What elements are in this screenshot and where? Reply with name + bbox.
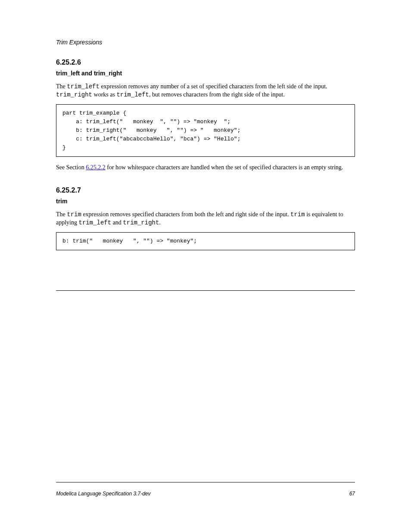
inline-code: trim_right bbox=[56, 91, 92, 98]
paragraph: See Section 6.25.2.2 for how whitespace … bbox=[56, 164, 355, 172]
section-number: 6.25.2.6 bbox=[56, 59, 355, 66]
inline-code: trim bbox=[67, 211, 81, 218]
section-title: trim_left and trim_right bbox=[56, 70, 355, 77]
inline-code: trim_left bbox=[79, 219, 112, 226]
text: . bbox=[159, 219, 161, 226]
inline-code: trim_right bbox=[123, 219, 159, 226]
inline-code: trim_left bbox=[116, 91, 149, 98]
footer-left: Modelica Language Specification 3.7-dev bbox=[56, 491, 150, 497]
page-number: 67 bbox=[349, 491, 355, 497]
text: for how whitespace characters are handle… bbox=[106, 164, 343, 171]
text: expression removes any number of a set o… bbox=[100, 83, 327, 90]
document-page: Trim Expressions 6.25.2.6 trim_left and … bbox=[0, 0, 411, 532]
cross-reference-link[interactable]: 6.25.2.2 bbox=[86, 164, 106, 171]
code-block: part trim_example { a: trim_left(" monke… bbox=[56, 104, 355, 157]
paragraph: The trim expression removes specified ch… bbox=[56, 211, 355, 227]
inline-code: trim bbox=[290, 211, 305, 218]
text: See Section bbox=[56, 164, 86, 171]
code-block: b: trim(" monkey ", "") => "monkey"; bbox=[56, 232, 355, 250]
text: works as bbox=[92, 91, 116, 98]
inline-code: trim_left bbox=[67, 83, 100, 90]
section-title: trim bbox=[56, 198, 355, 205]
page-footer: Modelica Language Specification 3.7-dev … bbox=[56, 491, 355, 497]
running-header: Trim Expressions bbox=[56, 39, 355, 46]
text: The bbox=[56, 211, 67, 218]
paragraph: The trim_left expression removes any num… bbox=[56, 83, 355, 99]
text: , but removes characters from the right … bbox=[149, 91, 285, 98]
section-number: 6.25.2.7 bbox=[56, 187, 355, 194]
text: expression removes specified characters … bbox=[81, 211, 290, 218]
horizontal-rule bbox=[56, 482, 355, 482]
text: The bbox=[56, 83, 67, 90]
horizontal-rule bbox=[56, 290, 355, 291]
text: and bbox=[111, 219, 123, 226]
